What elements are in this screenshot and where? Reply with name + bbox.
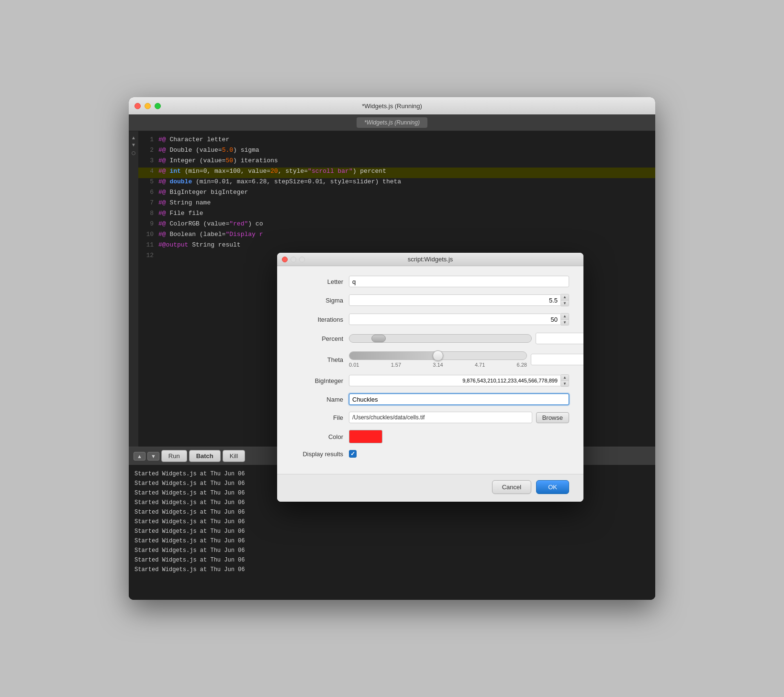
iterations-input[interactable] [349, 314, 561, 325]
dialog-body: Letter Sigma ▲ ▼ Iterati [277, 266, 583, 474]
kill-button[interactable]: Kill [223, 450, 245, 462]
file-wrapper: Browse [349, 412, 569, 423]
percent-track[interactable] [349, 334, 532, 343]
theta-input[interactable] [531, 354, 583, 365]
sigma-up-btn[interactable]: ▲ [561, 294, 569, 300]
code-token: #@ [158, 220, 169, 227]
iterations-row: Iterations ▲ ▼ [291, 313, 569, 326]
code-token: 5.0 [222, 146, 233, 154]
sigma-spinner: ▲ ▼ [349, 294, 569, 306]
code-token: #@ [158, 210, 169, 217]
iterations-up-btn[interactable]: ▲ [561, 314, 569, 319]
code-token: File file [169, 210, 203, 217]
display-results-checkbox[interactable] [349, 450, 357, 458]
code-token: #@ [158, 136, 169, 143]
code-token: #@ [158, 168, 169, 175]
name-label: Name [291, 396, 349, 403]
tab-widgets[interactable]: *Widgets.js (Running) [357, 117, 427, 128]
code-line: 5#@ double (min=0.01, max=6.28, stepSize… [138, 178, 655, 189]
code-token: String result [192, 241, 240, 248]
code-token: 20 [270, 168, 278, 175]
dialog-minimize-button[interactable] [291, 257, 296, 262]
dialog-close-button[interactable] [282, 257, 288, 262]
percent-input[interactable] [536, 333, 583, 344]
code-token: ) percent [353, 168, 386, 175]
color-swatch[interactable] [349, 430, 382, 443]
code-token: Character letter [169, 136, 229, 143]
console-line: Started Widgets.js at Thu Jun 06 [134, 527, 650, 536]
biginteger-spinner: ▲ ▼ [349, 374, 569, 387]
file-input[interactable] [349, 412, 532, 423]
run-button[interactable]: Run [161, 450, 187, 462]
theta-thumb[interactable] [433, 350, 443, 361]
code-token: BigInteger bigInteger [169, 189, 248, 196]
display-results-label: Display results [291, 450, 349, 458]
display-results-checkbox-wrapper [349, 450, 357, 458]
line-number: 5 [142, 178, 154, 185]
console-line: Started Widgets.js at Thu Jun 06 [134, 536, 650, 546]
code-token: Boolean (label= [169, 231, 225, 238]
code-token: #@output [158, 241, 192, 248]
dialog-traffic-lights [282, 257, 305, 262]
code-token: 50 [225, 157, 233, 164]
percent-row: Percent ▲ ▼ [291, 332, 569, 345]
close-button[interactable] [134, 103, 141, 109]
console-line: Started Widgets.js at Thu Jun 06 [134, 507, 650, 517]
maximize-button[interactable] [155, 103, 161, 109]
nav-down-button[interactable]: ▼ [147, 452, 159, 461]
code-line: 4#@ int (min=0, max=100, value=20, style… [138, 168, 655, 178]
letter-input[interactable] [349, 276, 569, 287]
nav-up-button[interactable]: ▲ [134, 452, 146, 461]
percent-thumb[interactable] [371, 335, 386, 342]
theta-track[interactable] [349, 351, 527, 360]
line-number: 2 [142, 146, 154, 154]
code-line: 9#@ ColorRGB (value="red") co [138, 220, 655, 231]
theta-label-1: 1.57 [391, 362, 401, 368]
biginteger-row: BigInteger ▲ ▼ [291, 374, 569, 387]
code-token: , style= [278, 168, 308, 175]
line-number: 10 [142, 231, 154, 238]
iterations-down-btn[interactable]: ▼ [561, 319, 569, 325]
theta-label: Theta [291, 356, 349, 363]
code-token: "red" [229, 220, 248, 227]
code-token: (min=0, max=100, value= [185, 168, 270, 175]
code-token: #@ [158, 189, 169, 196]
biginteger-down-btn[interactable]: ▼ [561, 381, 569, 386]
file-row: File Browse [291, 412, 569, 423]
code-line: 10#@ Boolean (label="Display r [138, 231, 655, 241]
code-token: Double (value= [169, 146, 222, 154]
code-token: double [169, 178, 196, 185]
ok-button[interactable]: OK [536, 480, 569, 494]
sigma-spinner-buttons: ▲ ▼ [561, 294, 569, 306]
code-line: 6#@ BigInteger bigInteger [138, 189, 655, 199]
biginteger-up-btn[interactable]: ▲ [561, 375, 569, 381]
main-window: *Widgets.js (Running) *Widgets.js (Runni… [129, 97, 655, 600]
dialog-maximize-button[interactable] [299, 257, 305, 262]
main-window-title: *Widgets.js (Running) [362, 102, 422, 110]
batch-button[interactable]: Batch [189, 450, 221, 462]
sigma-down-btn[interactable]: ▼ [561, 300, 569, 306]
biginteger-input[interactable] [349, 375, 561, 386]
line-number: 7 [142, 199, 154, 206]
iterations-spinner-buttons: ▲ ▼ [561, 313, 569, 326]
minimize-button[interactable] [145, 103, 151, 109]
name-input[interactable] [349, 393, 569, 405]
line-number: 6 [142, 189, 154, 196]
cancel-button[interactable]: Cancel [492, 480, 531, 494]
arrow-down-icon: ▼ [131, 142, 136, 147]
sigma-input[interactable] [349, 294, 561, 306]
dialog-footer: Cancel OK [277, 474, 583, 502]
name-row: Name [291, 393, 569, 405]
code-token: #@ [158, 178, 169, 185]
line-number: 4 [142, 168, 154, 175]
theta-label-4: 6.28 [517, 362, 527, 368]
dialog: script:Widgets.js Letter Sigma ▲ ▼ [277, 253, 583, 502]
theta-controls: 0.01 1.57 3.14 4.71 6.28 ▲ ▼ [349, 351, 569, 368]
line-number: 9 [142, 220, 154, 227]
theta-fill [349, 352, 438, 360]
browse-button[interactable]: Browse [536, 412, 569, 423]
theta-label-0: 0.01 [349, 362, 359, 368]
code-line: 11#@output String result [138, 241, 655, 252]
line-number: 12 [142, 252, 154, 259]
code-line: 3#@ Integer (value=50) iterations [138, 157, 655, 168]
